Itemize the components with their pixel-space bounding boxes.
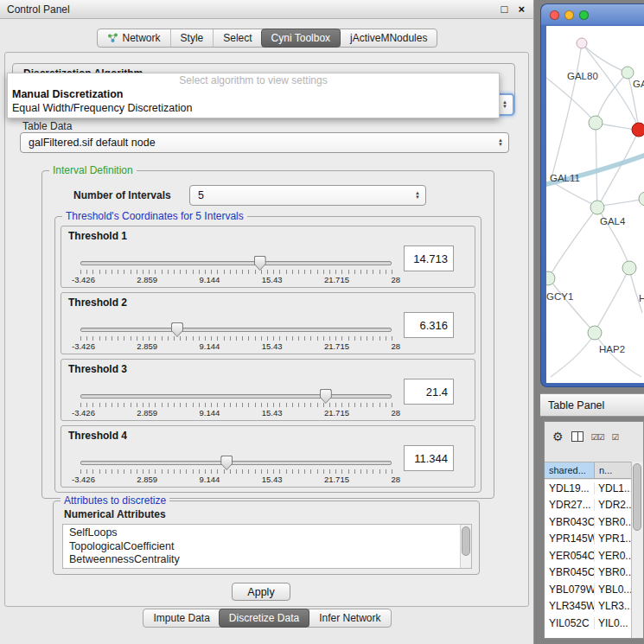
- list-item[interactable]: BetweennessCentrality: [69, 553, 471, 567]
- attributes-scrollbar[interactable]: [460, 525, 471, 568]
- cell[interactable]: YBR045C: [545, 566, 595, 578]
- tab-impute-data[interactable]: Impute Data: [143, 609, 219, 627]
- cell[interactable]: YDL19...: [545, 482, 595, 494]
- table-scrollbar[interactable]: [631, 462, 643, 638]
- cell[interactable]: YDR2...: [595, 499, 633, 511]
- apply-button[interactable]: Apply: [232, 583, 290, 601]
- node-label-cut-right-mid[interactable]: H: [639, 293, 644, 303]
- zoom-window-icon[interactable]: [579, 10, 589, 20]
- tab-infer-network[interactable]: Infer Network: [309, 609, 390, 627]
- table-row[interactable]: YBL079W YBL0...: [545, 581, 633, 598]
- cell[interactable]: YPR145W: [545, 532, 595, 545]
- cell[interactable]: YLR345W: [545, 600, 595, 612]
- threshold-value-field[interactable]: 21.4: [404, 379, 454, 405]
- cell[interactable]: YBR0...: [595, 566, 633, 578]
- tab-style[interactable]: Style: [170, 29, 214, 47]
- table-row[interactable]: YBR043C YBR0...: [545, 513, 633, 531]
- table-row[interactable]: YLR345W YLR3...: [545, 598, 633, 615]
- list-item[interactable]: SelfLoops: [69, 526, 471, 540]
- tab-label: Network: [123, 32, 161, 44]
- node-label-gcy1[interactable]: GCY1: [546, 291, 573, 302]
- node-label-cut-right-top[interactable]: GA: [633, 79, 644, 89]
- cell[interactable]: YBR0...: [595, 516, 633, 528]
- network-canvas[interactable]: GAL80 GA GAL11 GAL4 GCY1 H HAP2: [546, 26, 644, 383]
- threshold-slider[interactable]: [80, 261, 392, 265]
- network-node[interactable]: [590, 201, 604, 214]
- network-node-selected[interactable]: [632, 123, 644, 137]
- table-row[interactable]: YDR27... YDR2...: [545, 497, 633, 514]
- table-row[interactable]: YDL19... YDL1...: [545, 480, 633, 497]
- threshold-value-field[interactable]: 11.344: [404, 445, 454, 471]
- threshold-panel-3: Threshold 3 -3.426 2.859 9.144 15.43 21.…: [61, 359, 475, 421]
- tab-network[interactable]: Network: [98, 29, 170, 47]
- network-node[interactable]: [639, 192, 644, 206]
- table-panel-header[interactable]: Table Panel: [540, 393, 644, 417]
- scale-label: 15.43: [262, 341, 283, 351]
- cell[interactable]: YLR3...: [595, 600, 633, 612]
- scrollbar-thumb[interactable]: [633, 463, 641, 531]
- scrollbar-thumb[interactable]: [462, 526, 470, 556]
- tab-label: Style: [181, 32, 204, 44]
- threshold-label: Threshold 3: [68, 363, 127, 375]
- cell[interactable]: YER0...: [595, 550, 633, 562]
- tab-select[interactable]: Select: [213, 29, 261, 47]
- network-node[interactable]: [588, 326, 602, 340]
- columns-icon[interactable]: [571, 431, 583, 442]
- threshold-value-field[interactable]: 14.713: [404, 245, 454, 271]
- control-panel-titlebar[interactable]: Control Panel □ ×: [0, 0, 533, 19]
- dropdown-option-manual-discretization[interactable]: Manual Discretization: [8, 87, 499, 101]
- table-row[interactable]: YPR145W YPR1...: [545, 531, 633, 548]
- cell[interactable]: YIL0...: [595, 617, 633, 629]
- cell[interactable]: YIL052C: [545, 617, 595, 629]
- threshold-value-field[interactable]: 6.316: [404, 312, 454, 338]
- tab-discretize-data[interactable]: Discretize Data: [219, 609, 309, 628]
- node-label-gal4[interactable]: GAL4: [600, 216, 625, 226]
- threshold-slider[interactable]: [80, 461, 392, 465]
- network-node[interactable]: [577, 38, 587, 48]
- slider-thumb[interactable]: [320, 389, 332, 404]
- table-row[interactable]: YBR045C YBR0...: [545, 564, 633, 582]
- node-label-gal11[interactable]: GAL11: [550, 173, 580, 183]
- tab-label: jActiveMNodules: [350, 32, 427, 44]
- tab-cyni-toolbox[interactable]: Cyni Toolbox: [261, 29, 341, 48]
- slider-thumb[interactable]: [171, 322, 183, 337]
- node-label-gal80[interactable]: GAL80: [567, 71, 598, 81]
- cell[interactable]: YDL1...: [595, 482, 633, 494]
- cell[interactable]: YBL0...: [595, 583, 633, 596]
- cell[interactable]: YDR27...: [545, 499, 595, 511]
- threshold-slider[interactable]: [80, 328, 392, 332]
- list-item[interactable]: TopologicalCoefficient: [69, 540, 471, 554]
- network-node[interactable]: [546, 271, 555, 285]
- network-node[interactable]: [622, 261, 636, 275]
- table-data-combo[interactable]: galFiltered.sif default node ▲▼: [20, 132, 509, 153]
- network-node[interactable]: [622, 67, 634, 79]
- num-intervals-combo[interactable]: 5 ▲▼: [189, 185, 426, 206]
- cell[interactable]: YBL079W: [545, 583, 595, 596]
- cell[interactable]: YPR1...: [595, 532, 633, 545]
- attributes-list[interactable]: SelfLoops TopologicalCoefficient Between…: [62, 524, 472, 569]
- table-row[interactable]: YER054C YER0...: [545, 547, 633, 564]
- slider-thumb[interactable]: [220, 456, 233, 470]
- select-columns-icon[interactable]: ☑☑: [591, 432, 604, 442]
- column-header-name[interactable]: n...: [595, 462, 633, 478]
- network-node[interactable]: [589, 116, 603, 130]
- cell[interactable]: YBR043C: [545, 516, 595, 528]
- dropdown-option-equal-width[interactable]: Equal Width/Frequency Discretization: [8, 101, 499, 115]
- scale-label: 21.715: [324, 341, 349, 351]
- scale-label: 15.43: [262, 475, 283, 484]
- tab-jactivemnodules[interactable]: jActiveMNodules: [340, 29, 437, 47]
- gear-icon[interactable]: ⚙: [552, 430, 564, 443]
- slider-thumb[interactable]: [254, 256, 266, 271]
- close-window-icon[interactable]: [550, 10, 559, 20]
- cell[interactable]: YER054C: [545, 550, 595, 562]
- threshold-slider[interactable]: [80, 394, 392, 399]
- column-header-shared-name[interactable]: shared...: [545, 462, 595, 478]
- combo-arrows-icon: ▲▼: [493, 138, 508, 147]
- table-row[interactable]: YIL052C YIL0...: [545, 615, 633, 632]
- numerical-attributes-label: Numerical Attributes: [64, 508, 166, 520]
- minimize-window-icon[interactable]: [564, 10, 574, 20]
- close-icon[interactable]: ×: [518, 3, 525, 16]
- edit-mode-icon[interactable]: ☑: [612, 432, 619, 442]
- restore-icon[interactable]: □: [501, 3, 508, 16]
- node-label-hap2[interactable]: HAP2: [599, 344, 625, 354]
